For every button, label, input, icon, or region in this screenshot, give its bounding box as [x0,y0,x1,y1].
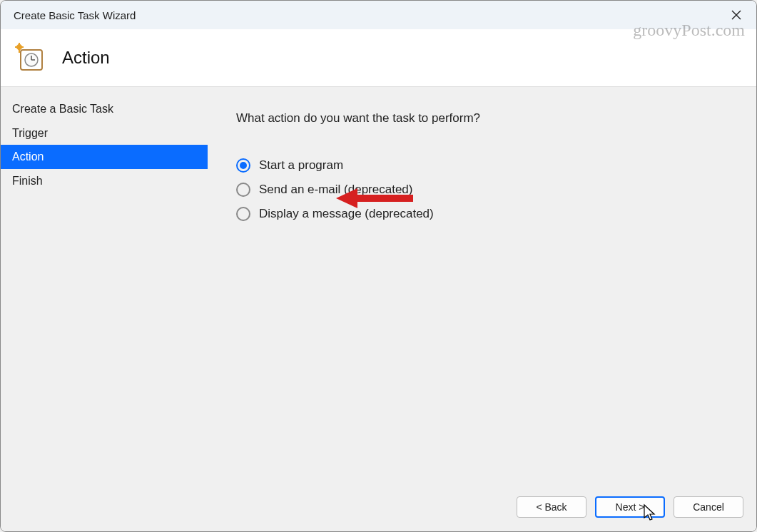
close-button[interactable] [723,5,749,25]
radio-label: Send an e-mail (deprecated) [259,183,412,197]
sidebar-item-label: Trigger [12,127,48,139]
radio-start-program[interactable]: Start a program [236,158,735,173]
page-title: Action [62,48,110,68]
radio-icon [236,158,250,173]
radio-send-email[interactable]: Send an e-mail (deprecated) [236,183,735,197]
sidebar-item-label: Create a Basic Task [12,103,113,115]
titlebar: Create Basic Task Wizard [1,1,756,29]
task-clock-icon [15,43,45,73]
sidebar-item-label: Finish [12,175,43,187]
radio-label: Start a program [259,158,343,173]
wizard-body: Create a Basic Task Trigger Action Finis… [1,86,756,490]
sidebar-item-action[interactable]: Action [1,145,208,169]
wizard-header: Action [1,29,756,86]
radio-icon [236,183,250,197]
radio-display-message[interactable]: Display a message (deprecated) [236,207,735,221]
sidebar-item-trigger[interactable]: Trigger [1,121,208,145]
radio-icon [236,207,250,221]
action-radio-group: Start a program Send an e-mail (deprecat… [236,158,735,221]
action-prompt: What action do you want the task to perf… [236,111,735,126]
sidebar-item-finish[interactable]: Finish [1,169,208,193]
cancel-button[interactable]: Cancel [674,496,743,518]
wizard-main: What action do you want the task to perf… [208,87,756,490]
sidebar-item-label: Action [12,150,44,163]
next-button[interactable]: Next > [595,496,665,518]
window-title: Create Basic Task Wizard [14,9,136,21]
close-icon [731,10,741,20]
wizard-sidebar: Create a Basic Task Trigger Action Finis… [1,87,208,490]
back-button[interactable]: < Back [517,496,586,518]
wizard-footer: < Back Next > Cancel [1,490,756,531]
wizard-window: Create Basic Task Wizard Action Create a… [0,0,757,532]
radio-label: Display a message (deprecated) [259,207,434,221]
sidebar-item-create-basic-task[interactable]: Create a Basic Task [1,97,208,121]
